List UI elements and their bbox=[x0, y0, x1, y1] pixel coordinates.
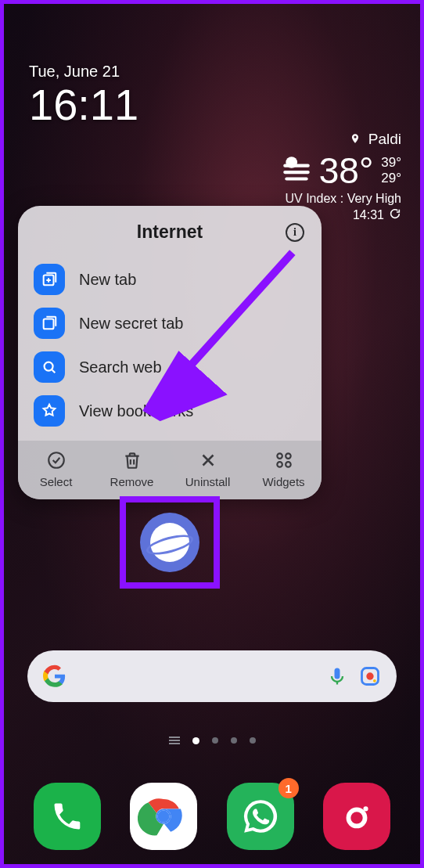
temp-high: 39° bbox=[381, 155, 401, 171]
dock: 1 bbox=[4, 783, 420, 850]
google-lens-icon[interactable] bbox=[359, 665, 381, 687]
page-dot[interactable] bbox=[192, 737, 199, 744]
action-uninstall[interactable]: Uninstall bbox=[170, 450, 246, 488]
location-pin-icon bbox=[350, 131, 365, 147]
search-icon bbox=[34, 351, 65, 383]
clock-widget[interactable]: Tue, June 21 16:11 bbox=[29, 63, 138, 130]
apps-drawer-icon[interactable] bbox=[169, 737, 180, 744]
shortcut-label: New secret tab bbox=[79, 315, 183, 333]
svg-point-8 bbox=[286, 462, 291, 467]
refresh-icon[interactable] bbox=[389, 207, 401, 223]
new-tab-icon bbox=[34, 264, 65, 295]
weather-location: Paldi bbox=[280, 131, 401, 148]
camera-icon bbox=[339, 798, 375, 834]
temperature: 38° bbox=[319, 153, 374, 189]
info-icon[interactable]: i bbox=[286, 223, 304, 242]
dock-app-camera[interactable] bbox=[323, 783, 390, 850]
action-select[interactable]: Select bbox=[18, 450, 94, 488]
svg-point-16 bbox=[158, 810, 170, 822]
page-dot[interactable] bbox=[212, 737, 218, 744]
svg-point-4 bbox=[49, 452, 64, 468]
highlighted-app-internet[interactable] bbox=[120, 496, 220, 589]
samsung-internet-icon bbox=[140, 513, 199, 572]
action-label: Remove bbox=[110, 475, 154, 488]
chrome-icon bbox=[138, 791, 189, 842]
location-name: Paldi bbox=[368, 131, 401, 147]
temp-low: 29° bbox=[381, 171, 401, 186]
phone-icon bbox=[50, 799, 84, 834]
mic-icon[interactable] bbox=[326, 665, 348, 687]
bookmark-icon bbox=[34, 395, 65, 427]
dock-app-whatsapp[interactable]: 1 bbox=[227, 783, 294, 850]
time-label: 16:11 bbox=[29, 79, 138, 130]
svg-point-0 bbox=[286, 157, 297, 168]
secret-tab-icon bbox=[34, 308, 65, 339]
svg-point-19 bbox=[364, 806, 368, 811]
svg-point-7 bbox=[277, 462, 282, 467]
svg-point-12 bbox=[373, 679, 376, 683]
action-label: Uninstall bbox=[185, 475, 231, 488]
page-dot[interactable] bbox=[250, 737, 256, 744]
action-widgets[interactable]: Widgets bbox=[246, 450, 322, 488]
hi-lo: 39° 29° bbox=[381, 155, 401, 185]
svg-point-11 bbox=[366, 672, 373, 679]
shortcut-label: Search web bbox=[79, 358, 162, 376]
notification-badge: 1 bbox=[278, 778, 299, 798]
page-indicator[interactable] bbox=[4, 737, 420, 744]
google-search-bar[interactable] bbox=[27, 650, 397, 702]
home-screen: Tue, June 21 16:11 Paldi 38° 39° 29° UV … bbox=[0, 0, 424, 868]
google-logo-icon bbox=[43, 665, 66, 688]
popup-title: Internet bbox=[137, 222, 203, 243]
dock-app-phone[interactable] bbox=[34, 783, 101, 850]
action-label: Widgets bbox=[262, 475, 304, 488]
whatsapp-icon bbox=[241, 797, 280, 836]
page-dot[interactable] bbox=[231, 737, 237, 744]
close-icon bbox=[198, 450, 218, 470]
action-label: Select bbox=[40, 475, 73, 488]
updated-time: 14:31 bbox=[353, 208, 384, 222]
dock-app-chrome[interactable] bbox=[130, 783, 197, 850]
action-remove[interactable]: Remove bbox=[94, 450, 170, 488]
svg-point-5 bbox=[277, 453, 282, 459]
shortcut-label: New tab bbox=[79, 271, 136, 289]
select-icon bbox=[46, 450, 66, 470]
widgets-icon bbox=[274, 450, 294, 470]
popup-action-bar: Select Remove Uninstall Widgets bbox=[18, 441, 322, 499]
date-label: Tue, June 21 bbox=[29, 63, 138, 81]
svg-point-3 bbox=[45, 362, 53, 371]
weather-fog-icon bbox=[280, 154, 313, 187]
svg-point-18 bbox=[351, 812, 363, 823]
uv-index: UV Index : Very High bbox=[280, 192, 401, 206]
svg-point-6 bbox=[286, 453, 291, 459]
svg-rect-2 bbox=[44, 319, 54, 330]
trash-icon bbox=[122, 450, 142, 470]
